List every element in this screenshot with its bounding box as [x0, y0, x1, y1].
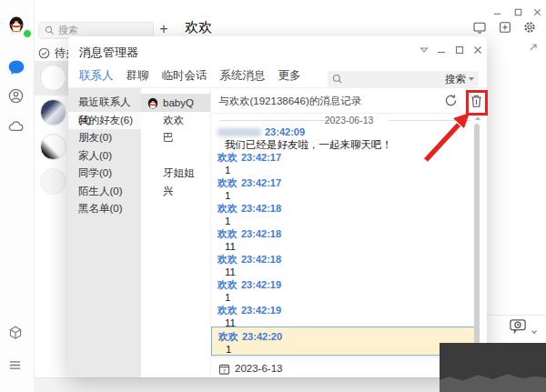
message-text: 1	[217, 215, 480, 227]
app-rail	[0, 0, 35, 392]
collapse-chat-icon[interactable]	[528, 40, 539, 51]
contact-name: 牙姐姐	[163, 166, 195, 180]
mini-apps-icon[interactable]	[7, 325, 25, 343]
contacts-icon[interactable]	[7, 87, 25, 106]
sender-name: 欢欢	[217, 202, 238, 215]
search-icon	[45, 25, 55, 35]
contact-name: 兴	[163, 185, 174, 198]
sender-name: 欢欢	[217, 227, 238, 240]
conversation-row[interactable]	[34, 61, 68, 95]
contact-name: 欢欢	[163, 114, 184, 127]
conversation-row[interactable]	[34, 130, 68, 165]
message-sender-line: 欢欢23:42:18	[217, 202, 480, 215]
redacted-sender	[217, 128, 261, 136]
screenshot-root: 搜索 + 欢欢 待办	[0, 0, 546, 392]
category-row-6[interactable]: 黑名单(0)	[68, 200, 141, 218]
message-time: 23:42:20	[242, 330, 282, 343]
calendar-icon[interactable]: 7	[218, 362, 230, 374]
dialog-maximize-button[interactable]	[454, 43, 466, 55]
dialog-title: 消息管理器	[79, 45, 138, 61]
message-sender-line: 欢欢23:42:19	[217, 278, 480, 291]
sender-name: 欢欢	[217, 151, 238, 164]
cloud-icon[interactable]	[7, 118, 25, 136]
message-time: 23:42:17	[241, 176, 281, 189]
category-row-1[interactable]: 我的好友(6)	[68, 112, 141, 130]
window-maximize-button[interactable]	[513, 5, 526, 15]
message-sender-line: 欢欢23:42:19	[217, 304, 480, 317]
avatar	[40, 168, 66, 195]
message-text: 11	[217, 266, 480, 278]
settings-gear-icon[interactable]	[522, 20, 537, 35]
screen-share-icon[interactable]	[472, 20, 487, 35]
tab-0[interactable]: 联系人	[79, 68, 114, 90]
message-history-icon[interactable]	[509, 318, 527, 335]
pin-chevron-icon[interactable]	[419, 43, 430, 55]
message-text: 1	[217, 189, 480, 202]
contact-row-5[interactable]: 兴	[141, 183, 210, 201]
avatar	[40, 99, 66, 126]
dialog-search-input[interactable]: 搜索	[328, 71, 479, 87]
contact-row-3[interactable]	[141, 147, 210, 166]
add-panel-icon[interactable]	[498, 20, 512, 35]
search-placeholder: 搜索	[58, 24, 78, 37]
message-record-title: 与欢欢(192138646)的消息记录	[218, 95, 361, 108]
todo-check-icon	[38, 47, 50, 59]
message-time: 23:42:18	[241, 202, 281, 215]
contact-row-1[interactable]: 欢欢	[141, 112, 210, 130]
chevron-down-icon[interactable]	[531, 323, 538, 330]
conversation-row[interactable]	[34, 95, 68, 130]
message-group-8[interactable]: 欢欢23:42:201	[211, 327, 476, 356]
contact-name: 巴	[163, 131, 174, 145]
menu-icon[interactable]	[7, 357, 25, 376]
message-text: 1	[218, 343, 475, 356]
window-minimize-button[interactable]	[492, 5, 505, 15]
chat-title: 欢欢	[185, 19, 212, 36]
message-time: 23:42:18	[241, 253, 281, 266]
message-time: 23:42:19	[241, 278, 281, 291]
message-group-3[interactable]: 欢欢23:42:181	[211, 202, 480, 227]
message-sender-line: 欢欢23:42:18	[217, 227, 480, 240]
sender-name: 欢欢	[217, 253, 238, 266]
category-row-4[interactable]: 同学(0)	[68, 165, 141, 183]
category-row-0[interactable]: 最近联系人(4)	[68, 94, 141, 112]
tab-3[interactable]: 系统消息	[220, 68, 266, 88]
category-row-5[interactable]: 陌生人(0)	[68, 183, 141, 201]
contact-row-4[interactable]: 牙姐姐	[141, 165, 210, 183]
sender-name: 欢欢	[217, 278, 238, 291]
category-row-2[interactable]: 朋友(0)	[68, 129, 141, 147]
message-manager-dialog: 消息管理器 联系人群聊临时会话系统消息更多 搜索 最近联系人(4)我的好友(6)…	[68, 36, 487, 377]
sender-name: 欢欢	[217, 176, 238, 189]
message-sender-line: 欢欢23:42:20	[218, 330, 475, 343]
add-button[interactable]: +	[155, 20, 173, 38]
conversation-row[interactable]	[34, 165, 68, 199]
window-close-button[interactable]	[532, 5, 545, 15]
contact-list-panel: babyQ欢欢巴牙姐姐兴	[141, 88, 211, 377]
messages-icon[interactable]	[7, 58, 25, 76]
online-status-dot	[23, 29, 32, 38]
search-icon	[332, 74, 343, 85]
message-group-6[interactable]: 欢欢23:42:191	[211, 278, 480, 304]
message-time: 23:42:19	[241, 304, 281, 317]
footer-date[interactable]: 2023-6-13	[235, 363, 282, 374]
category-row-3[interactable]: 家人(0)	[68, 147, 141, 166]
dialog-minimize-button[interactable]	[436, 43, 448, 55]
annotation-arrow	[400, 91, 510, 191]
message-group-7[interactable]: 欢欢23:42:1911	[211, 304, 480, 329]
message-text: 11	[217, 240, 480, 253]
message-group-5[interactable]: 欢欢23:42:1811	[211, 253, 480, 278]
contact-row-2[interactable]: 巴	[141, 129, 210, 147]
message-sender-line: 欢欢23:42:18	[217, 253, 480, 266]
avatar	[147, 114, 159, 126]
svg-text:7: 7	[223, 368, 227, 374]
message-time: 23:42:17	[241, 151, 281, 164]
search-button-label: 搜索	[445, 73, 466, 86]
tab-4[interactable]: 更多	[278, 68, 301, 88]
search-dropdown-button[interactable]: 搜索	[445, 73, 474, 86]
tab-2[interactable]: 临时会话	[162, 68, 207, 88]
avatar	[40, 65, 66, 91]
qq-penguin-avatar	[147, 96, 159, 109]
tab-1[interactable]: 群聊	[126, 68, 149, 88]
message-group-4[interactable]: 欢欢23:42:1811	[211, 227, 480, 253]
contact-row-0[interactable]: babyQ	[141, 94, 210, 112]
dialog-close-button[interactable]	[472, 43, 484, 55]
